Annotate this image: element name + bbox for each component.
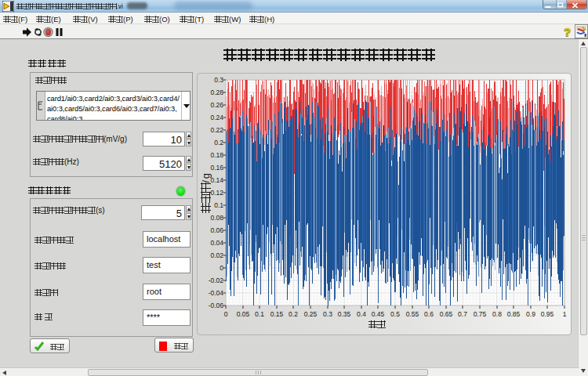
svg-text:0.3: 0.3	[214, 76, 223, 84]
svg-text:0.6: 0.6	[424, 310, 434, 318]
svg-text:0.45: 0.45	[372, 310, 385, 318]
svg-text:0.08: 0.08	[210, 214, 223, 222]
svg-text:-0.06: -0.06	[209, 302, 224, 309]
svg-text:0.02: 0.02	[210, 251, 223, 259]
svg-text:0.05: 0.05	[237, 310, 250, 318]
svg-text:0.8: 0.8	[492, 310, 502, 318]
svg-text:1: 1	[563, 310, 567, 318]
svg-text:0.1: 0.1	[255, 310, 264, 318]
svg-text:0: 0	[224, 310, 228, 318]
svg-text:0.35: 0.35	[338, 310, 351, 318]
svg-text:0.95: 0.95	[541, 310, 554, 318]
svg-text:0.16: 0.16	[210, 164, 223, 172]
svg-text:0.15: 0.15	[270, 310, 284, 318]
svg-text:0.22: 0.22	[210, 126, 223, 134]
svg-text:0.55: 0.55	[406, 310, 419, 318]
svg-text:0.7: 0.7	[458, 310, 467, 318]
svg-text:0.5: 0.5	[390, 310, 400, 318]
svg-text:-0.04: -0.04	[209, 289, 224, 297]
svg-text:0.3: 0.3	[323, 310, 332, 318]
svg-text:0.2: 0.2	[289, 310, 298, 318]
svg-text:0.65: 0.65	[440, 310, 453, 318]
svg-text:0.06: 0.06	[210, 226, 223, 234]
svg-text:0.04: 0.04	[210, 239, 223, 247]
svg-text:0.85: 0.85	[507, 310, 521, 318]
svg-text:0.1: 0.1	[214, 201, 223, 209]
svg-text:0.14: 0.14	[210, 176, 223, 184]
svg-text:0.28: 0.28	[210, 89, 223, 96]
svg-text:0.24: 0.24	[210, 114, 223, 121]
svg-text:0.75: 0.75	[474, 310, 487, 318]
svg-text:0.25: 0.25	[304, 310, 318, 318]
svg-text:0.26: 0.26	[210, 101, 223, 109]
svg-text:0.18: 0.18	[210, 151, 223, 159]
svg-text:-0.02: -0.02	[209, 277, 224, 284]
svg-text:0.12: 0.12	[210, 189, 223, 197]
svg-text:0.4: 0.4	[357, 310, 366, 318]
svg-text:0.9: 0.9	[526, 310, 535, 318]
svg-text:0.2: 0.2	[214, 139, 223, 146]
